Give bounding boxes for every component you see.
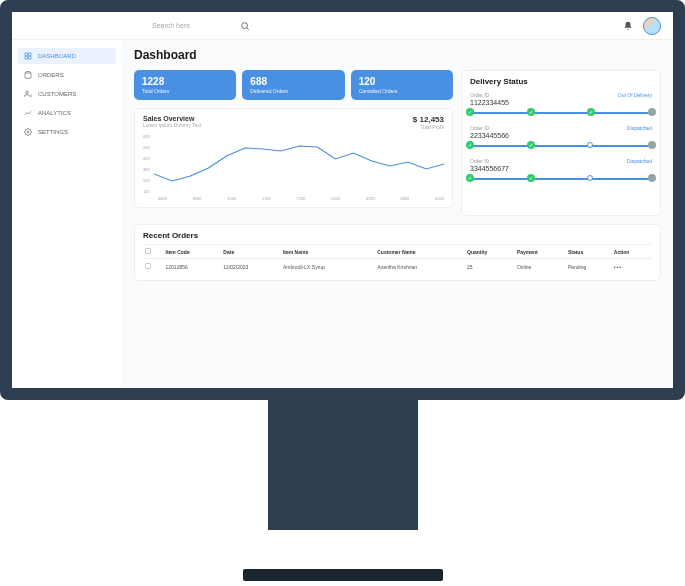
- sidebar-item-label: SETTINGS: [38, 129, 68, 135]
- sidebar-item-label: ANALYTICS: [38, 110, 71, 116]
- svg-point-8: [27, 131, 29, 133]
- chart-title: Sales Overview: [143, 115, 201, 122]
- chart-total-value: $ 12,453: [413, 115, 444, 124]
- order-id: 2233445566: [470, 132, 652, 139]
- delivery-status-text: Dispatched: [627, 125, 652, 131]
- delivery-item: Order IDOut Of Delivery1122334455: [470, 92, 652, 117]
- order-id-label: Order ID: [470, 158, 489, 164]
- column-header: Quantity: [465, 245, 515, 259]
- column-header: Item Code: [164, 245, 222, 259]
- track-step-icon: [527, 108, 535, 116]
- analytics-icon: [24, 109, 32, 117]
- cell-date: 12/02/2023: [221, 259, 281, 275]
- order-id-label: Order ID: [470, 125, 489, 131]
- content: Dashboard 1228 Total Orders 688 Delivere…: [122, 40, 673, 388]
- delivery-status-card: Delivery Status Order IDOut Of Delivery1…: [461, 70, 661, 216]
- order-id: 3344556677: [470, 165, 652, 172]
- topbar: [12, 12, 673, 40]
- track-step-icon: [648, 174, 656, 182]
- delivery-track: [470, 142, 652, 150]
- track-step-icon: [587, 175, 593, 181]
- svg-rect-3: [29, 53, 31, 55]
- dashboard-icon: [24, 52, 32, 60]
- track-step-icon: [587, 108, 595, 116]
- track-step-icon: [466, 141, 474, 149]
- stat-value: 1228: [142, 76, 228, 87]
- column-header: Action: [612, 245, 652, 259]
- svg-point-7: [26, 91, 29, 94]
- chart-y-axis: 600500400300200100: [143, 134, 150, 194]
- track-step-icon: [648, 108, 656, 116]
- recent-title: Recent Orders: [143, 231, 652, 240]
- svg-line-1: [247, 27, 249, 29]
- chart-total-label: Total Profit: [413, 124, 444, 130]
- svg-rect-4: [25, 57, 27, 59]
- cell-code: 12012856: [164, 259, 222, 275]
- column-header: Customer Name: [375, 245, 465, 259]
- row-checkbox[interactable]: [143, 259, 164, 275]
- track-step-icon: [466, 174, 474, 182]
- sidebar-item-label: DASHBOARD: [38, 53, 76, 59]
- sidebar-item-customers[interactable]: CUSTOMERS: [18, 86, 116, 102]
- settings-icon: [24, 128, 32, 136]
- track-step-icon: [527, 174, 535, 182]
- more-icon[interactable]: •••: [614, 264, 622, 270]
- order-id-label: Order ID: [470, 92, 489, 98]
- column-header: Item Name: [281, 245, 375, 259]
- sidebar-item-analytics[interactable]: ANALYTICS: [18, 105, 116, 121]
- stat-label: Total Orders: [142, 88, 228, 94]
- order-id: 1122334455: [470, 99, 652, 106]
- orders-icon: [24, 71, 32, 79]
- chart-subtitle: Lorem Ipsum Dummy Text: [143, 122, 201, 128]
- stat-card-total: 1228 Total Orders: [134, 70, 236, 100]
- stat-card-cancelled: 120 Cancelled Orders: [351, 70, 453, 100]
- search-icon: [240, 21, 250, 31]
- cell-qty: 25: [465, 259, 515, 275]
- delivery-title: Delivery Status: [470, 77, 652, 86]
- customers-icon: [24, 90, 32, 98]
- column-header: Date: [221, 245, 281, 259]
- sales-chart-card: Sales Overview Lorem Ipsum Dummy Text $ …: [134, 108, 453, 208]
- checkbox-header[interactable]: [143, 245, 164, 259]
- cell-status: Pending: [566, 259, 612, 275]
- sidebar-item-label: ORDERS: [38, 72, 64, 78]
- sidebar-item-settings[interactable]: SETTINGS: [18, 124, 116, 140]
- track-step-icon: [587, 142, 593, 148]
- svg-rect-2: [25, 53, 27, 55]
- delivery-item: Order IDDispatched2233445566: [470, 125, 652, 150]
- delivery-status-text: Out Of Delivery: [618, 92, 652, 98]
- stat-value: 688: [250, 76, 336, 87]
- sidebar: DASHBOARD ORDERS CUSTOMERS ANALYTICS SET…: [12, 40, 122, 388]
- cell-customer: Anantha Krishnan: [375, 259, 465, 275]
- stats-row: 1228 Total Orders 688 Delivered Orders 1…: [134, 70, 453, 100]
- bell-icon[interactable]: [623, 21, 633, 31]
- recent-orders-card: Recent Orders Item CodeDateItem NameCust…: [134, 224, 661, 281]
- delivery-track: [470, 109, 652, 117]
- delivery-item: Order IDDispatched3344556677: [470, 158, 652, 183]
- cell-payment: Online: [515, 259, 566, 275]
- chart-plot: [154, 134, 444, 194]
- track-step-icon: [648, 141, 656, 149]
- sidebar-item-orders[interactable]: ORDERS: [18, 67, 116, 83]
- column-header: Status: [566, 245, 612, 259]
- track-step-icon: [466, 108, 474, 116]
- svg-rect-5: [29, 57, 31, 59]
- column-header: Payment: [515, 245, 566, 259]
- stat-label: Cancelled Orders: [359, 88, 445, 94]
- table-row[interactable]: 1201285612/02/2023Ambrodil-LX SyrupAnant…: [143, 259, 652, 275]
- avatar[interactable]: [643, 17, 661, 35]
- svg-point-0: [242, 22, 248, 28]
- search-input[interactable]: [152, 22, 232, 29]
- stat-card-delivered: 688 Delivered Orders: [242, 70, 344, 100]
- track-step-icon: [527, 141, 535, 149]
- delivery-status-text: Dispatched: [627, 158, 652, 164]
- delivery-track: [470, 175, 652, 183]
- sidebar-item-label: CUSTOMERS: [38, 91, 76, 97]
- recent-orders-table: Item CodeDateItem NameCustomer NameQuant…: [143, 244, 652, 274]
- search-box[interactable]: [152, 21, 272, 31]
- cell-item: Ambrodil-LX Syrup: [281, 259, 375, 275]
- stat-value: 120: [359, 76, 445, 87]
- stat-label: Delivered Orders: [250, 88, 336, 94]
- sidebar-item-dashboard[interactable]: DASHBOARD: [18, 48, 116, 64]
- action-button[interactable]: •••: [612, 259, 652, 275]
